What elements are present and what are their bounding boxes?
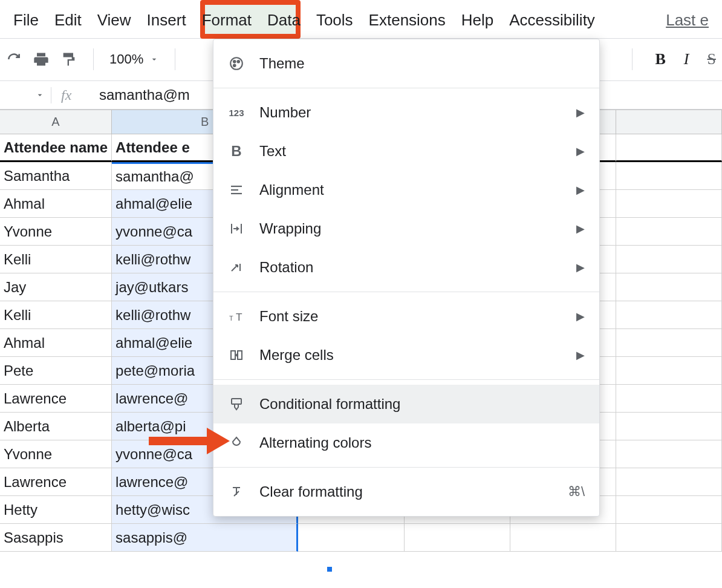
menu-data[interactable]: Data: [267, 11, 301, 30]
chevron-right-icon: ▶: [576, 183, 585, 197]
svg-text:T: T: [236, 311, 242, 323]
cell[interactable]: [616, 218, 722, 246]
menu-format[interactable]: Format: [202, 11, 252, 30]
cell[interactable]: [616, 413, 722, 440]
redo-icon[interactable]: [6, 51, 22, 67]
wrapping-icon: [228, 221, 245, 236]
print-icon[interactable]: [33, 51, 50, 68]
svg-point-2: [238, 60, 239, 62]
menu-item-font-size[interactable]: TT Font size ▶: [213, 297, 599, 336]
number-icon: 123: [228, 108, 245, 118]
chevron-right-icon: ▶: [576, 106, 585, 119]
chevron-right-icon: ▶: [576, 145, 585, 158]
menu-item-theme[interactable]: Theme: [213, 44, 599, 83]
cell[interactable]: Alberta: [0, 413, 112, 440]
menu-file[interactable]: File: [13, 11, 39, 30]
merge-cells-icon: [228, 348, 245, 362]
toolbar-separator: [93, 48, 94, 70]
menu-divider: [213, 88, 599, 88]
cell[interactable]: [616, 468, 722, 496]
cell[interactable]: Ahmal: [0, 329, 112, 357]
cell[interactable]: Yvonne: [0, 440, 112, 468]
conditional-formatting-icon: [228, 397, 245, 411]
last-edit-link[interactable]: Last e: [666, 11, 709, 30]
cell[interactable]: [405, 524, 510, 552]
menu-item-label: Wrapping: [259, 220, 562, 237]
cell[interactable]: Samantha: [0, 162, 112, 190]
menu-item-rotation[interactable]: Rotation ▶: [213, 248, 599, 287]
chevron-right-icon: ▶: [576, 222, 585, 235]
svg-rect-11: [231, 351, 235, 359]
chevron-right-icon: ▶: [576, 310, 585, 323]
cell[interactable]: [510, 524, 616, 552]
cell[interactable]: [616, 329, 722, 357]
col-header-f[interactable]: [616, 110, 722, 134]
menu-item-wrapping[interactable]: Wrapping ▶: [213, 209, 599, 248]
fx-label: fx: [51, 87, 99, 103]
italic-button[interactable]: I: [684, 50, 689, 68]
cell[interactable]: Yvonne: [0, 218, 112, 246]
cell[interactable]: [616, 524, 722, 552]
menu-item-label: Alternating colors: [259, 434, 585, 451]
menu-item-alternating-colors[interactable]: Alternating colors: [213, 423, 599, 462]
cell[interactable]: Jay: [0, 273, 112, 301]
toolbar-separator: [175, 48, 175, 70]
cell[interactable]: Lawrence: [0, 385, 112, 413]
menu-view[interactable]: View: [97, 11, 131, 30]
menu-item-conditional-formatting[interactable]: Conditional formatting: [213, 385, 599, 423]
menu-accessibility[interactable]: Accessibility: [509, 11, 595, 30]
menu-item-label: Merge cells: [259, 347, 562, 364]
cell[interactable]: [298, 524, 404, 552]
menu-item-label: Text: [259, 143, 562, 160]
cell[interactable]: [616, 273, 722, 301]
zoom-dropdown[interactable]: 100%: [109, 51, 159, 67]
menu-item-shortcut: ⌘\: [568, 484, 585, 500]
cell[interactable]: [616, 385, 722, 413]
cell[interactable]: [616, 134, 722, 162]
paint-format-icon[interactable]: [60, 51, 77, 68]
cell[interactable]: Ahmal: [0, 190, 112, 218]
cell[interactable]: Hetty: [0, 496, 112, 524]
selection-handle[interactable]: [327, 566, 333, 572]
format-dropdown-menu: Theme 123 Number ▶ B Text ▶ Alignment ▶ …: [213, 39, 600, 517]
menu-item-alignment[interactable]: Alignment ▶: [213, 171, 599, 209]
strike-button[interactable]: S: [707, 50, 716, 68]
cell[interactable]: Lawrence: [0, 468, 112, 496]
name-box[interactable]: [2, 90, 51, 100]
column-f: [616, 110, 722, 552]
menu-item-clear-formatting[interactable]: Clear formatting ⌘\: [213, 472, 599, 511]
cell[interactable]: [616, 162, 722, 190]
menu-insert[interactable]: Insert: [147, 11, 186, 30]
chevron-down-icon: [35, 90, 45, 100]
font-size-icon: TT: [228, 309, 245, 324]
cell[interactable]: [616, 357, 722, 385]
bold-button[interactable]: B: [655, 50, 666, 68]
cell[interactable]: Pete: [0, 357, 112, 385]
svg-text:T: T: [229, 315, 233, 322]
menu-divider: [213, 467, 599, 468]
cell[interactable]: [616, 440, 722, 468]
menu-item-text[interactable]: B Text ▶: [213, 132, 599, 171]
menu-tools[interactable]: Tools: [316, 11, 353, 30]
formula-value[interactable]: samantha@m: [99, 87, 190, 103]
cell[interactable]: [616, 496, 722, 524]
cell[interactable]: sasappis@: [112, 524, 298, 552]
cell[interactable]: [616, 301, 722, 329]
cell[interactable]: Sasappis: [0, 524, 112, 552]
header-cell-attendee-name[interactable]: Attendee name: [0, 134, 112, 162]
menu-item-number[interactable]: 123 Number ▶: [213, 93, 599, 132]
menu-extensions[interactable]: Extensions: [369, 11, 446, 30]
annotation-arrow: [149, 428, 233, 452]
menu-help[interactable]: Help: [461, 11, 493, 30]
menu-item-label: Clear formatting: [259, 483, 553, 500]
menu-edit[interactable]: Edit: [54, 11, 82, 30]
col-header-a[interactable]: A: [0, 110, 112, 134]
menu-item-merge-cells[interactable]: Merge cells ▶: [213, 336, 599, 374]
menu-divider: [213, 379, 599, 380]
menubar: File Edit View Insert Format Data Tools …: [0, 0, 722, 38]
menu-item-label: Theme: [259, 55, 585, 72]
cell[interactable]: Kelli: [0, 246, 112, 273]
cell[interactable]: [616, 246, 722, 273]
cell[interactable]: Kelli: [0, 301, 112, 329]
cell[interactable]: [616, 190, 722, 218]
